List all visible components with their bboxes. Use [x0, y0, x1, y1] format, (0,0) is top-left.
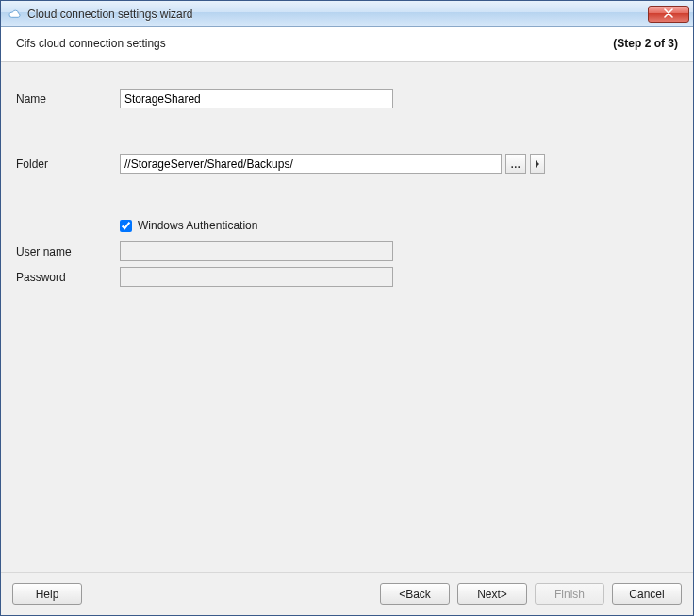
password-input[interactable]: [120, 267, 393, 287]
wizard-body: Name Folder … Windows Authentication: [1, 62, 693, 572]
ellipsis-icon: …: [510, 158, 521, 170]
step-indicator: (Step 2 of 3): [613, 37, 678, 50]
cancel-button[interactable]: Cancel: [612, 583, 682, 605]
next-button[interactable]: Next>: [457, 583, 527, 605]
wizard-footer: Help <Back Next> Finish Cancel: [1, 572, 693, 615]
finish-button[interactable]: Finish: [535, 583, 604, 605]
close-button[interactable]: [648, 6, 689, 23]
browse-button[interactable]: …: [505, 154, 526, 174]
wizard-window: Cloud connection settings wizard Cifs cl…: [0, 0, 694, 616]
password-label: Password: [16, 271, 120, 284]
folder-input[interactable]: [120, 154, 502, 174]
name-input[interactable]: [120, 89, 393, 108]
folder-label: Folder: [16, 158, 120, 171]
titlebar: Cloud connection settings wizard: [1, 1, 693, 27]
windows-auth-checkbox[interactable]: [120, 220, 132, 232]
windows-auth-label[interactable]: Windows Authentication: [138, 219, 257, 232]
window-title: Cloud connection settings wizard: [27, 8, 648, 21]
page-subtitle: Cifs cloud connection settings: [16, 37, 166, 50]
name-label: Name: [16, 92, 120, 106]
back-button[interactable]: <Back: [380, 583, 450, 605]
chevron-right-icon: [535, 158, 540, 170]
close-icon: [664, 8, 673, 21]
help-button[interactable]: Help: [12, 583, 82, 605]
username-input[interactable]: [120, 241, 393, 261]
folder-field-group: …: [120, 154, 545, 174]
folder-menu-button[interactable]: [530, 154, 545, 174]
username-label: User name: [16, 245, 120, 258]
wizard-header: Cifs cloud connection settings (Step 2 o…: [1, 27, 693, 62]
cloud-icon: [7, 7, 22, 22]
